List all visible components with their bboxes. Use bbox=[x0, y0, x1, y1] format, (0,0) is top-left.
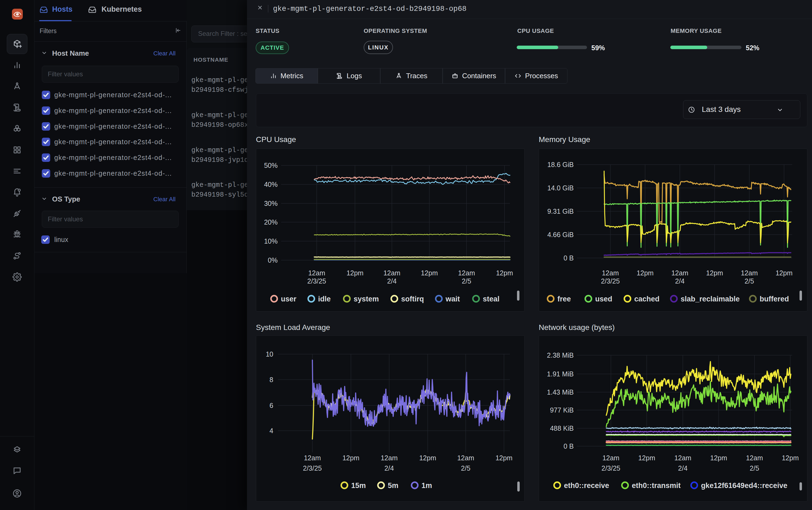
svg-text:system: system bbox=[354, 295, 379, 303]
svg-text:5m: 5m bbox=[388, 481, 398, 490]
svg-text:free: free bbox=[558, 295, 571, 303]
svg-text:9.31 GiB: 9.31 GiB bbox=[547, 207, 574, 215]
svg-text:12pm: 12pm bbox=[495, 454, 513, 462]
svg-text:user: user bbox=[281, 295, 297, 303]
svg-text:softirq: softirq bbox=[401, 295, 424, 303]
svg-text:2/5: 2/5 bbox=[461, 464, 471, 472]
svg-text:12pm: 12pm bbox=[776, 269, 793, 277]
svg-text:14.0 GiB: 14.0 GiB bbox=[547, 184, 574, 192]
svg-text:10%: 10% bbox=[264, 237, 278, 245]
svg-text:6: 6 bbox=[270, 402, 273, 409]
svg-text:2/3/25: 2/3/25 bbox=[601, 277, 620, 285]
svg-text:30%: 30% bbox=[264, 200, 278, 207]
svg-text:slab_reclaimable: slab_reclaimable bbox=[681, 295, 740, 303]
svg-text:12am: 12am bbox=[602, 454, 620, 462]
svg-text:0 B: 0 B bbox=[563, 254, 574, 262]
svg-text:0 B: 0 B bbox=[563, 443, 574, 450]
svg-text:12am: 12am bbox=[308, 269, 325, 277]
svg-text:2/5: 2/5 bbox=[745, 277, 754, 285]
svg-text:steal: steal bbox=[483, 295, 500, 303]
svg-text:12pm: 12pm bbox=[342, 454, 360, 462]
svg-text:1m: 1m bbox=[421, 481, 432, 490]
svg-text:gke12f61649ed4::receive: gke12f61649ed4::receive bbox=[701, 481, 787, 490]
svg-text:2/3/25: 2/3/25 bbox=[307, 277, 326, 285]
svg-text:2/4: 2/4 bbox=[387, 277, 397, 285]
svg-text:2/3/25: 2/3/25 bbox=[601, 464, 621, 472]
svg-text:50%: 50% bbox=[264, 162, 278, 169]
svg-text:4: 4 bbox=[270, 427, 273, 434]
svg-text:18.6 GiB: 18.6 GiB bbox=[547, 161, 574, 168]
svg-text:12am: 12am bbox=[384, 269, 400, 277]
svg-text:12am: 12am bbox=[381, 454, 398, 462]
svg-text:12am: 12am bbox=[304, 454, 321, 462]
svg-text:2/4: 2/4 bbox=[385, 464, 394, 472]
svg-text:2.38 MiB: 2.38 MiB bbox=[547, 351, 574, 359]
svg-text:2/4: 2/4 bbox=[678, 464, 688, 472]
svg-text:0%: 0% bbox=[268, 256, 278, 264]
svg-text:2/4: 2/4 bbox=[675, 277, 685, 285]
svg-text:2/5: 2/5 bbox=[750, 464, 759, 472]
svg-text:12am: 12am bbox=[671, 269, 689, 277]
svg-text:12am: 12am bbox=[674, 454, 692, 462]
svg-text:488 KiB: 488 KiB bbox=[550, 424, 574, 432]
svg-text:12pm: 12pm bbox=[347, 269, 364, 277]
svg-text:buffered: buffered bbox=[760, 295, 789, 303]
svg-text:cached: cached bbox=[634, 295, 660, 303]
svg-text:12am: 12am bbox=[741, 269, 758, 277]
svg-text:40%: 40% bbox=[264, 180, 278, 188]
svg-text:2/5: 2/5 bbox=[462, 277, 472, 285]
svg-text:1.43 MiB: 1.43 MiB bbox=[547, 388, 574, 396]
svg-text:15m: 15m bbox=[351, 481, 366, 490]
svg-text:8: 8 bbox=[270, 376, 273, 384]
svg-text:10: 10 bbox=[266, 350, 273, 358]
svg-text:977 KiB: 977 KiB bbox=[550, 406, 574, 414]
svg-text:20%: 20% bbox=[264, 218, 278, 226]
svg-text:eth0::transmit: eth0::transmit bbox=[632, 481, 681, 490]
svg-text:eth0::receive: eth0::receive bbox=[564, 481, 609, 490]
svg-text:2/3/25: 2/3/25 bbox=[303, 464, 322, 472]
svg-text:1.91 MiB: 1.91 MiB bbox=[547, 370, 574, 378]
svg-text:12pm: 12pm bbox=[637, 269, 654, 277]
svg-text:4.66 GiB: 4.66 GiB bbox=[547, 231, 574, 238]
svg-text:12am: 12am bbox=[458, 269, 475, 277]
svg-text:12pm: 12pm bbox=[419, 454, 437, 462]
svg-text:12pm: 12pm bbox=[421, 269, 438, 277]
svg-text:12pm: 12pm bbox=[638, 454, 655, 462]
svg-text:12am: 12am bbox=[746, 454, 763, 462]
svg-text:12pm: 12pm bbox=[710, 454, 727, 462]
svg-text:12pm: 12pm bbox=[706, 269, 723, 277]
svg-text:12pm: 12pm bbox=[496, 269, 513, 277]
svg-text:wait: wait bbox=[445, 295, 460, 303]
svg-text:12am: 12am bbox=[457, 454, 474, 462]
svg-text:12am: 12am bbox=[602, 269, 619, 277]
svg-text:idle: idle bbox=[318, 295, 331, 303]
svg-text:used: used bbox=[595, 295, 612, 303]
svg-text:12pm: 12pm bbox=[782, 454, 799, 462]
